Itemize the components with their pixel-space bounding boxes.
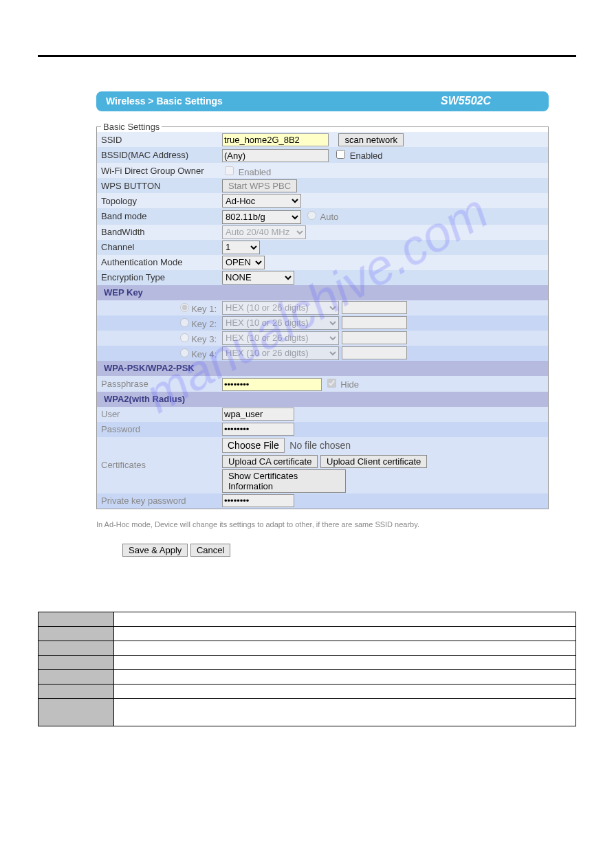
fieldset-legend: Basic Settings bbox=[101, 122, 162, 132]
desc-cell-header bbox=[39, 641, 114, 655]
bssid-enabled-label: Enabled bbox=[350, 151, 383, 161]
channel-select[interactable]: 1 bbox=[222, 241, 260, 254]
choose-file-button[interactable]: Choose File bbox=[222, 438, 285, 453]
wpa2-radius-heading: WPA2(with Radius) bbox=[97, 392, 548, 407]
topology-select[interactable]: Ad-Hoc bbox=[222, 194, 301, 208]
wifi-direct-checkbox[interactable] bbox=[225, 166, 234, 175]
ssid-input[interactable] bbox=[222, 133, 329, 146]
wep-key2-radio[interactable] bbox=[180, 318, 189, 327]
topology-label: Topology bbox=[97, 193, 218, 208]
wep-key1-radio[interactable] bbox=[180, 303, 189, 312]
wep-key2-label: Key 2: bbox=[191, 319, 217, 329]
bssid-input[interactable] bbox=[222, 149, 329, 162]
wep-key-heading: WEP Key bbox=[97, 285, 548, 300]
wifi-direct-label: Wi-Fi Direct Group Owner bbox=[97, 163, 218, 178]
desc-cell bbox=[114, 655, 576, 669]
upload-client-button[interactable]: Upload Client certificate bbox=[320, 455, 427, 468]
model-label: SW5502C bbox=[441, 95, 491, 107]
adhoc-note: In Ad-Hoc mode, Device will change its s… bbox=[96, 520, 549, 528]
breadcrumb: Wireless > Basic Settings bbox=[106, 96, 223, 107]
description-table bbox=[38, 612, 576, 726]
bandwidth-select[interactable]: Auto 20/40 MHz bbox=[222, 225, 306, 239]
private-key-password-input[interactable] bbox=[222, 494, 294, 507]
passphrase-hide-checkbox[interactable] bbox=[327, 379, 336, 388]
radius-user-label: User bbox=[97, 407, 218, 422]
wep-key2-input[interactable] bbox=[342, 316, 407, 329]
show-cert-info-button[interactable]: Show Certificates Information bbox=[222, 469, 346, 493]
private-key-password-label: Private key password bbox=[97, 493, 218, 509]
wep-key1-label: Key 1: bbox=[191, 304, 217, 314]
wep-key1-input[interactable] bbox=[342, 301, 407, 314]
wep-key2-format-select[interactable]: HEX (10 or 26 digits) bbox=[222, 316, 339, 330]
wep-key4-radio[interactable] bbox=[180, 348, 189, 357]
wpa-psk-heading: WPA-PSK/WPA2-PSK bbox=[97, 361, 548, 376]
cancel-button[interactable]: Cancel bbox=[190, 544, 230, 557]
wep-key4-input[interactable] bbox=[342, 346, 407, 359]
basic-settings-fieldset: Basic Settings SSID scan network BSSID(M… bbox=[96, 122, 549, 509]
wep-key4-label: Key 4: bbox=[191, 349, 217, 359]
channel-label: Channel bbox=[97, 240, 218, 255]
no-file-chosen-label: No file chosen bbox=[289, 440, 351, 451]
bandwidth-label: BandWidth bbox=[97, 225, 218, 240]
auth-mode-label: Authentication Mode bbox=[97, 255, 218, 270]
desc-cell-header bbox=[39, 684, 114, 698]
encryption-type-select[interactable]: NONE bbox=[222, 271, 294, 285]
desc-cell bbox=[114, 669, 576, 684]
band-mode-label: Band mode bbox=[97, 208, 218, 225]
auth-mode-select[interactable]: OPEN bbox=[222, 256, 265, 269]
passphrase-hide-label: Hide bbox=[340, 379, 359, 390]
wep-key1-format-select[interactable]: HEX (10 or 26 digits) bbox=[222, 301, 339, 315]
desc-cell-header bbox=[39, 626, 114, 641]
passphrase-label: Passphrase bbox=[97, 376, 218, 392]
top-rule bbox=[38, 55, 576, 57]
desc-cell bbox=[114, 698, 576, 726]
band-mode-select[interactable]: 802.11b/g bbox=[222, 210, 301, 224]
wep-key3-label: Key 3: bbox=[191, 334, 217, 344]
save-apply-button[interactable]: Save & Apply bbox=[122, 544, 188, 557]
wps-label: WPS BUTTON bbox=[97, 178, 218, 193]
page-header-bar: Wireless > Basic Settings SW5502C bbox=[96, 91, 549, 111]
desc-cell bbox=[114, 626, 576, 641]
radius-password-label: Password bbox=[97, 422, 218, 437]
wps-button[interactable]: Start WPS PBC bbox=[222, 179, 297, 192]
desc-cell-header bbox=[39, 669, 114, 684]
desc-cell-header bbox=[39, 698, 114, 726]
desc-cell-header bbox=[39, 655, 114, 669]
wep-key3-format-select[interactable]: HEX (10 or 26 digits) bbox=[222, 331, 339, 345]
radius-password-input[interactable] bbox=[222, 423, 294, 436]
wep-key3-input[interactable] bbox=[342, 331, 407, 344]
desc-cell bbox=[114, 641, 576, 655]
desc-cell bbox=[114, 612, 576, 626]
upload-ca-button[interactable]: Upload CA certificate bbox=[222, 455, 318, 468]
bssid-label: BSSID(MAC Address) bbox=[97, 147, 218, 163]
wep-key3-radio[interactable] bbox=[180, 333, 189, 342]
wep-key4-format-select[interactable]: HEX (10 or 26 digits) bbox=[222, 346, 339, 360]
band-auto-label: Auto bbox=[320, 212, 339, 222]
certificates-label: Certificates bbox=[97, 437, 218, 493]
passphrase-input[interactable] bbox=[222, 378, 322, 391]
scan-network-button[interactable]: scan network bbox=[338, 133, 404, 146]
bssid-enabled-checkbox[interactable] bbox=[336, 150, 345, 159]
encryption-type-label: Encryption Type bbox=[97, 270, 218, 285]
desc-cell-header bbox=[39, 612, 114, 626]
ssid-label: SSID bbox=[97, 132, 218, 147]
desc-cell bbox=[114, 684, 576, 698]
band-auto-radio[interactable] bbox=[307, 211, 316, 220]
wifi-direct-enabled-label: Enabled bbox=[239, 167, 272, 177]
radius-user-input[interactable] bbox=[222, 408, 294, 421]
